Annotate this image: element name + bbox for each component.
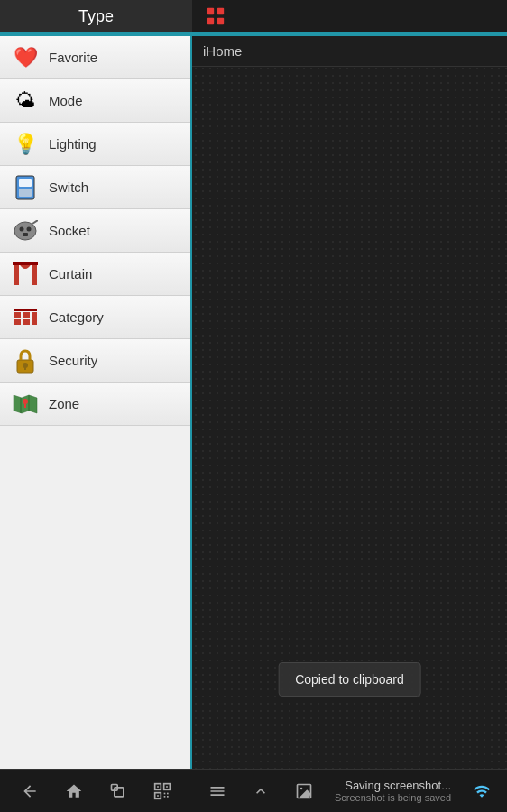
svg-rect-0 — [207, 8, 214, 14]
svg-point-7 — [14, 222, 36, 240]
svg-rect-32 — [167, 786, 169, 788]
content-area: iHome Copied to clipboard — [192, 36, 507, 769]
svg-rect-13 — [32, 263, 37, 285]
screenshot-notification: Saving screenshot... Screenshot is being… — [335, 779, 451, 803]
svg-rect-23 — [24, 366, 26, 370]
bottom-navigation-bar: Saving screenshot... Screenshot is being… — [0, 769, 507, 812]
screenshot-title: Saving screenshot... — [335, 779, 451, 792]
header-type-section: Type — [0, 0, 192, 34]
svg-rect-1 — [217, 8, 224, 14]
menu-button[interactable] — [201, 775, 234, 807]
sidebar-item-lighting[interactable]: 💡 Lighting — [0, 123, 190, 166]
svg-rect-3 — [217, 18, 224, 24]
svg-line-11 — [32, 220, 38, 224]
sidebar-item-security[interactable]: Security — [0, 339, 190, 383]
svg-rect-12 — [14, 263, 19, 285]
svg-point-9 — [27, 226, 32, 231]
svg-rect-37 — [167, 796, 169, 798]
sidebar-item-favorite[interactable]: ❤️ Favorite — [0, 36, 190, 79]
header-content-section — [192, 0, 507, 34]
bottom-nav-right: Saving screenshot... Screenshot is being… — [192, 775, 507, 807]
sidebar-item-switch[interactable]: Switch — [0, 166, 190, 209]
svg-rect-20 — [14, 309, 37, 311]
curtain-icon — [9, 258, 41, 291]
favorite-icon: ❤️ — [9, 42, 41, 74]
sidebar-item-mode[interactable]: 🌤 Mode — [0, 79, 190, 123]
qr-scan-button[interactable] — [146, 775, 179, 807]
sidebar-item-socket[interactable]: Socket — [0, 209, 190, 253]
screenshot-subtitle: Screenshot is being saved — [335, 792, 451, 803]
clipboard-tooltip: Copied to clipboard — [278, 662, 421, 697]
svg-rect-31 — [158, 786, 160, 788]
home-button[interactable] — [58, 775, 90, 807]
image-button[interactable] — [288, 775, 320, 807]
zone-icon — [9, 388, 41, 420]
svg-rect-10 — [23, 233, 28, 236]
svg-rect-18 — [23, 319, 30, 325]
svg-rect-34 — [164, 792, 166, 794]
sidebar-item-curtain-label: Curtain — [49, 266, 92, 281]
svg-point-25 — [23, 399, 28, 404]
switch-icon — [9, 171, 41, 204]
svg-rect-17 — [14, 319, 21, 325]
mode-icon: 🌤 — [9, 85, 41, 117]
header-type-label: Type — [78, 7, 114, 26]
svg-rect-2 — [207, 18, 214, 24]
content-title: iHome — [192, 36, 507, 67]
back-button[interactable] — [14, 775, 46, 807]
svg-point-39 — [300, 787, 303, 789]
sidebar-item-category[interactable]: Category — [0, 296, 190, 339]
sidebar-item-switch-label: Switch — [49, 180, 88, 195]
grid-icon[interactable] — [203, 4, 228, 29]
svg-rect-14 — [13, 262, 38, 265]
sidebar-item-favorite-label: Favorite — [49, 50, 97, 65]
sidebar-item-socket-label: Socket — [49, 223, 90, 238]
sidebar-item-lighting-label: Lighting — [49, 136, 97, 152]
bottom-right-nav-icons — [201, 775, 320, 807]
socket-icon — [9, 215, 41, 247]
lighting-icon: 💡 — [9, 128, 41, 161]
sidebar-item-security-label: Security — [49, 353, 97, 368]
expand-button[interactable] — [244, 775, 277, 807]
type-sidebar: ❤️ Favorite 🌤 Mode 💡 Lighting Switch — [0, 36, 192, 769]
svg-rect-16 — [23, 312, 30, 318]
sidebar-item-curtain[interactable]: Curtain — [0, 253, 190, 296]
svg-rect-35 — [167, 792, 169, 794]
svg-rect-33 — [158, 795, 160, 797]
svg-rect-27 — [115, 787, 124, 796]
security-icon — [9, 345, 41, 377]
svg-rect-36 — [164, 796, 166, 798]
category-icon — [9, 301, 41, 334]
sidebar-item-mode-label: Mode — [49, 93, 83, 108]
svg-rect-5 — [19, 179, 32, 187]
main-content: ❤️ Favorite 🌤 Mode 💡 Lighting Switch — [0, 36, 507, 769]
svg-rect-19 — [32, 312, 37, 325]
recent-apps-button[interactable] — [102, 775, 134, 807]
wifi-icon — [466, 775, 498, 807]
sidebar-item-zone-label: Zone — [49, 396, 79, 411]
app-header: Type — [0, 0, 507, 36]
sidebar-item-zone[interactable]: Zone — [0, 383, 190, 426]
sidebar-item-category-label: Category — [49, 309, 104, 325]
svg-rect-6 — [19, 189, 32, 197]
svg-point-8 — [20, 226, 24, 231]
svg-rect-15 — [14, 312, 21, 318]
bottom-nav-left — [0, 775, 192, 807]
